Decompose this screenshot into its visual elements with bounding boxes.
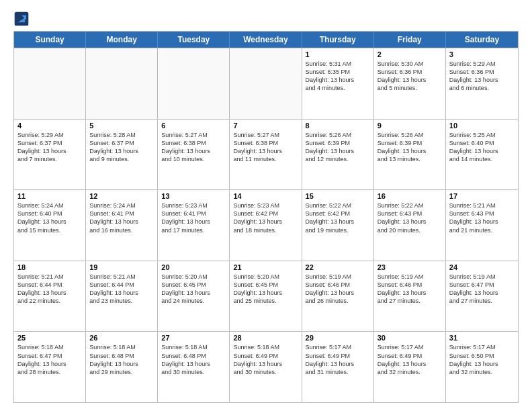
day-info: Sunrise: 5:27 AM Sunset: 6:38 PM Dayligh… — [161, 131, 226, 164]
day-info: Sunrise: 5:27 AM Sunset: 6:38 PM Dayligh… — [233, 131, 298, 164]
header-day-wednesday: Wednesday — [230, 32, 302, 48]
day-info: Sunrise: 5:21 AM Sunset: 6:44 PM Dayligh… — [17, 273, 82, 306]
day-info: Sunrise: 5:22 AM Sunset: 6:42 PM Dayligh… — [306, 201, 370, 234]
day-number: 16 — [378, 192, 442, 200]
day-info: Sunrise: 5:24 AM Sunset: 6:40 PM Dayligh… — [17, 201, 82, 234]
day-number: 8 — [306, 122, 370, 130]
header-day-thursday: Thursday — [302, 32, 374, 48]
day-number: 9 — [378, 122, 442, 130]
day-cell-3: 3Sunrise: 5:29 AM Sunset: 6:36 PM Daylig… — [446, 48, 518, 119]
day-cell-16: 16Sunrise: 5:22 AM Sunset: 6:43 PM Dayli… — [374, 190, 446, 261]
day-number: 14 — [233, 192, 298, 200]
day-cell-1: 1Sunrise: 5:31 AM Sunset: 6:35 PM Daylig… — [302, 48, 374, 119]
week-row-5: 25Sunrise: 5:18 AM Sunset: 6:47 PM Dayli… — [14, 331, 518, 402]
day-cell-10: 10Sunrise: 5:25 AM Sunset: 6:40 PM Dayli… — [446, 120, 518, 190]
day-cell-25: 25Sunrise: 5:18 AM Sunset: 6:47 PM Dayli… — [14, 332, 86, 402]
day-cell-20: 20Sunrise: 5:20 AM Sunset: 6:45 PM Dayli… — [158, 261, 230, 332]
day-cell-24: 24Sunrise: 5:19 AM Sunset: 6:47 PM Dayli… — [446, 261, 518, 332]
day-cell-21: 21Sunrise: 5:20 AM Sunset: 6:45 PM Dayli… — [230, 261, 302, 332]
header-day-friday: Friday — [374, 32, 446, 48]
day-info: Sunrise: 5:17 AM Sunset: 6:49 PM Dayligh… — [378, 343, 442, 376]
page: SundayMondayTuesdayWednesdayThursdayFrid… — [0, 0, 532, 411]
day-cell-6: 6Sunrise: 5:27 AM Sunset: 6:38 PM Daylig… — [158, 120, 230, 190]
day-number: 22 — [306, 263, 370, 271]
day-cell-7: 7Sunrise: 5:27 AM Sunset: 6:38 PM Daylig… — [230, 120, 302, 190]
day-cell-23: 23Sunrise: 5:19 AM Sunset: 6:46 PM Dayli… — [374, 261, 446, 332]
day-info: Sunrise: 5:18 AM Sunset: 6:47 PM Dayligh… — [17, 343, 82, 376]
day-number: 28 — [233, 334, 298, 342]
day-number: 21 — [233, 263, 298, 271]
header — [13, 11, 519, 27]
day-info: Sunrise: 5:20 AM Sunset: 6:45 PM Dayligh… — [161, 273, 226, 306]
calendar-header: SundayMondayTuesdayWednesdayThursdayFrid… — [14, 32, 518, 48]
day-number: 15 — [306, 192, 370, 200]
day-number: 30 — [378, 334, 442, 342]
calendar-body: 1Sunrise: 5:31 AM Sunset: 6:35 PM Daylig… — [14, 48, 518, 402]
day-number: 17 — [449, 192, 515, 200]
day-cell-18: 18Sunrise: 5:21 AM Sunset: 6:44 PM Dayli… — [14, 261, 86, 332]
empty-cell — [14, 48, 86, 119]
day-cell-27: 27Sunrise: 5:18 AM Sunset: 6:48 PM Dayli… — [158, 332, 230, 402]
empty-cell — [86, 48, 158, 119]
day-cell-19: 19Sunrise: 5:21 AM Sunset: 6:44 PM Dayli… — [86, 261, 158, 332]
day-info: Sunrise: 5:18 AM Sunset: 6:48 PM Dayligh… — [161, 343, 226, 376]
day-info: Sunrise: 5:22 AM Sunset: 6:43 PM Dayligh… — [378, 201, 442, 234]
day-info: Sunrise: 5:25 AM Sunset: 6:40 PM Dayligh… — [449, 131, 515, 164]
empty-cell — [230, 48, 302, 119]
day-number: 27 — [161, 334, 226, 342]
day-cell-12: 12Sunrise: 5:24 AM Sunset: 6:41 PM Dayli… — [86, 190, 158, 261]
day-info: Sunrise: 5:24 AM Sunset: 6:41 PM Dayligh… — [89, 201, 154, 234]
day-number: 10 — [449, 122, 515, 130]
week-row-2: 4Sunrise: 5:29 AM Sunset: 6:37 PM Daylig… — [14, 119, 518, 190]
header-day-monday: Monday — [86, 32, 158, 48]
day-number: 1 — [306, 50, 370, 58]
week-row-1: 1Sunrise: 5:31 AM Sunset: 6:35 PM Daylig… — [14, 48, 518, 119]
day-number: 7 — [233, 122, 298, 130]
day-info: Sunrise: 5:19 AM Sunset: 6:47 PM Dayligh… — [449, 273, 515, 306]
day-info: Sunrise: 5:21 AM Sunset: 6:43 PM Dayligh… — [449, 201, 515, 234]
day-info: Sunrise: 5:20 AM Sunset: 6:45 PM Dayligh… — [233, 273, 298, 306]
day-cell-13: 13Sunrise: 5:23 AM Sunset: 6:41 PM Dayli… — [158, 190, 230, 261]
day-cell-29: 29Sunrise: 5:17 AM Sunset: 6:49 PM Dayli… — [302, 332, 374, 402]
day-number: 6 — [161, 122, 226, 130]
day-info: Sunrise: 5:31 AM Sunset: 6:35 PM Dayligh… — [306, 60, 370, 93]
day-info: Sunrise: 5:28 AM Sunset: 6:37 PM Dayligh… — [89, 131, 154, 164]
day-info: Sunrise: 5:17 AM Sunset: 6:50 PM Dayligh… — [449, 343, 515, 376]
day-cell-4: 4Sunrise: 5:29 AM Sunset: 6:37 PM Daylig… — [14, 120, 86, 190]
calendar: SundayMondayTuesdayWednesdayThursdayFrid… — [13, 31, 519, 403]
day-cell-5: 5Sunrise: 5:28 AM Sunset: 6:37 PM Daylig… — [86, 120, 158, 190]
day-info: Sunrise: 5:29 AM Sunset: 6:37 PM Dayligh… — [17, 131, 82, 164]
day-number: 24 — [449, 263, 515, 271]
day-number: 20 — [161, 263, 226, 271]
day-number: 26 — [89, 334, 154, 342]
day-number: 29 — [306, 334, 370, 342]
day-number: 3 — [449, 50, 515, 58]
day-number: 31 — [449, 334, 515, 342]
day-info: Sunrise: 5:26 AM Sunset: 6:39 PM Dayligh… — [378, 131, 442, 164]
day-number: 4 — [17, 122, 82, 130]
day-info: Sunrise: 5:19 AM Sunset: 6:46 PM Dayligh… — [306, 273, 370, 306]
day-info: Sunrise: 5:30 AM Sunset: 6:36 PM Dayligh… — [378, 60, 442, 93]
day-number: 19 — [89, 263, 154, 271]
day-number: 25 — [17, 334, 82, 342]
day-info: Sunrise: 5:17 AM Sunset: 6:49 PM Dayligh… — [306, 343, 370, 376]
day-number: 18 — [17, 263, 82, 271]
day-info: Sunrise: 5:21 AM Sunset: 6:44 PM Dayligh… — [89, 273, 154, 306]
day-info: Sunrise: 5:23 AM Sunset: 6:42 PM Dayligh… — [233, 201, 298, 234]
day-cell-22: 22Sunrise: 5:19 AM Sunset: 6:46 PM Dayli… — [302, 261, 374, 332]
week-row-4: 18Sunrise: 5:21 AM Sunset: 6:44 PM Dayli… — [14, 261, 518, 332]
day-info: Sunrise: 5:29 AM Sunset: 6:36 PM Dayligh… — [449, 60, 515, 93]
day-cell-2: 2Sunrise: 5:30 AM Sunset: 6:36 PM Daylig… — [374, 48, 446, 119]
day-info: Sunrise: 5:18 AM Sunset: 6:49 PM Dayligh… — [233, 343, 298, 376]
header-day-saturday: Saturday — [446, 32, 518, 48]
empty-cell — [158, 48, 230, 119]
day-cell-11: 11Sunrise: 5:24 AM Sunset: 6:40 PM Dayli… — [14, 190, 86, 261]
day-info: Sunrise: 5:18 AM Sunset: 6:48 PM Dayligh… — [89, 343, 154, 376]
day-cell-30: 30Sunrise: 5:17 AM Sunset: 6:49 PM Dayli… — [374, 332, 446, 402]
day-cell-14: 14Sunrise: 5:23 AM Sunset: 6:42 PM Dayli… — [230, 190, 302, 261]
day-info: Sunrise: 5:19 AM Sunset: 6:46 PM Dayligh… — [378, 273, 442, 306]
day-cell-15: 15Sunrise: 5:22 AM Sunset: 6:42 PM Dayli… — [302, 190, 374, 261]
day-number: 12 — [89, 192, 154, 200]
logo — [13, 11, 32, 27]
week-row-3: 11Sunrise: 5:24 AM Sunset: 6:40 PM Dayli… — [14, 189, 518, 261]
